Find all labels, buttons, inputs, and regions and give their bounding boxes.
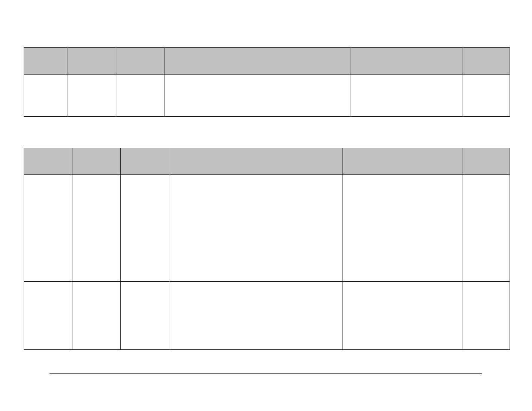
table-2-cell	[121, 282, 169, 350]
table-1-header-cell	[68, 48, 116, 75]
table-1-cell	[351, 75, 463, 117]
table-1-header-row	[24, 48, 510, 75]
table-gap	[24, 117, 510, 148]
horizontal-rule	[50, 373, 482, 374]
table-1-header-cell	[165, 48, 351, 75]
table-2-cell	[24, 282, 72, 350]
table-2-header-row	[24, 148, 510, 175]
table-2-cell	[121, 175, 169, 282]
table-2-row	[24, 282, 510, 350]
table-2-header-cell	[463, 148, 510, 175]
table-2-cell	[463, 175, 510, 282]
table-1-cell	[68, 75, 116, 117]
table-1-cell	[116, 75, 165, 117]
table-1-cell	[463, 75, 510, 117]
table-1-header-cell	[24, 48, 68, 75]
table-1-cell	[24, 75, 68, 117]
table-2-cell	[72, 282, 121, 350]
table-2-header-cell	[342, 148, 463, 175]
table-2-cell	[463, 282, 510, 350]
table-2-header-cell	[121, 148, 169, 175]
table-1-row	[24, 75, 510, 117]
table-2-cell	[72, 175, 121, 282]
table-1-header-cell	[351, 48, 463, 75]
table-1-header-cell	[116, 48, 165, 75]
table-2-cell	[24, 175, 72, 282]
table-2-row	[24, 175, 510, 282]
table-2-cell	[169, 175, 342, 282]
table-2-cell	[342, 175, 463, 282]
table-2	[24, 148, 510, 350]
table-1	[24, 47, 510, 117]
table-2-cell	[342, 282, 463, 350]
table-2-header-cell	[24, 148, 72, 175]
page-content	[24, 47, 510, 350]
table-2-header-cell	[169, 148, 342, 175]
table-1-header-cell	[463, 48, 510, 75]
table-1-cell	[165, 75, 351, 117]
table-2-cell	[169, 282, 342, 350]
table-2-header-cell	[72, 148, 121, 175]
